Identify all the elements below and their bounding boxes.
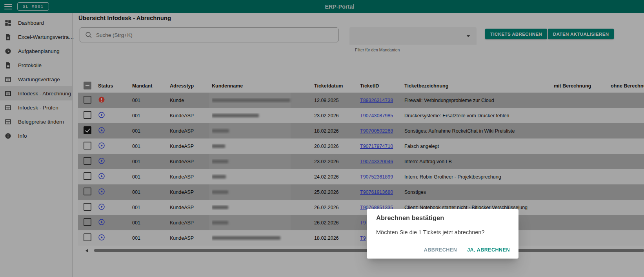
dialog-message: Möchten Sie die 1 Tickets jetzt abrechne… <box>376 229 509 235</box>
dialog-backdrop[interactable] <box>0 0 644 277</box>
dialog-actions: ABBRECHEN JA, ABRECHNEN <box>420 244 514 256</box>
confirm-dialog: Abrechnen bestätigen Möchten Sie die 1 T… <box>367 209 518 259</box>
cancel-button[interactable]: ABBRECHEN <box>420 244 461 256</box>
confirm-button[interactable]: JA, ABRECHNEN <box>463 244 514 256</box>
dialog-title: Abrechnen bestätigen <box>376 214 509 222</box>
